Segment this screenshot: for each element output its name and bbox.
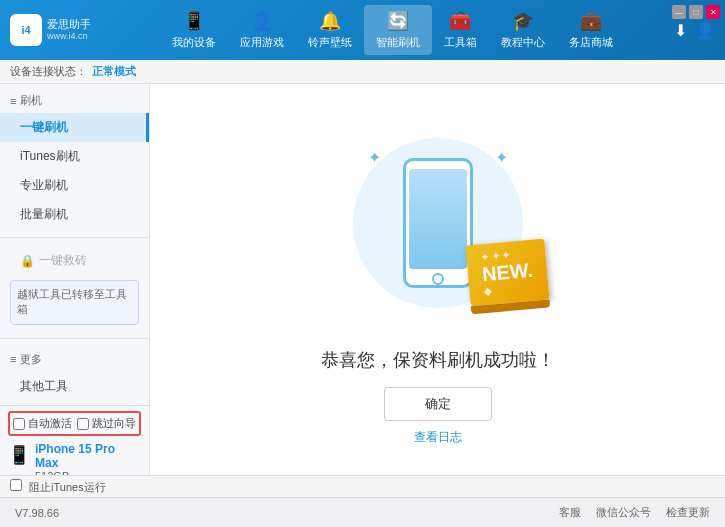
sidebar-item-other-tools[interactable]: 其他工具 bbox=[0, 372, 149, 401]
itunes-block-checkbox[interactable] bbox=[10, 479, 22, 491]
confirm-button[interactable]: 确定 bbox=[384, 387, 492, 421]
sidebar-divider-1 bbox=[0, 237, 149, 238]
nav-smart-flash[interactable]: 🔄 智能刷机 bbox=[364, 5, 432, 55]
window-controls: — □ ✕ bbox=[672, 5, 720, 19]
sidebar-rescue-section: 🔒 一键救砖 越狱工具已转移至工具箱 bbox=[0, 242, 149, 334]
sidebar-flash-section: ≡ 刷机 一键刷机 iTunes刷机 专业刷机 批量刷机 bbox=[0, 84, 149, 233]
nav-flash-icon: 🔄 bbox=[387, 10, 409, 32]
nav-bar: 📱 我的设备 👤 应用游戏 🔔 铃声壁纸 🔄 智能刷机 🧰 工具箱 🎓 bbox=[110, 5, 674, 55]
nav-tutorial-icon: 🎓 bbox=[512, 10, 534, 32]
itunes-block-label[interactable]: 阻止iTunes运行 bbox=[10, 479, 106, 495]
subheader: 设备连接状态： 正常模式 bbox=[0, 60, 725, 84]
body-area: ≡ 刷机 一键刷机 iTunes刷机 专业刷机 批量刷机 bbox=[0, 84, 725, 475]
header-right: ⬇ 👤 bbox=[674, 21, 715, 40]
phone-screen bbox=[409, 169, 467, 269]
nav-ringtone-icon: 🔔 bbox=[319, 10, 341, 32]
sidebar-item-one-key-flash[interactable]: 一键刷机 bbox=[0, 113, 149, 142]
success-message: 恭喜您，保资料刷机成功啦！ bbox=[321, 348, 555, 372]
phone-body bbox=[403, 158, 473, 288]
nav-toolbox-icon: 🧰 bbox=[449, 10, 471, 32]
device-details: iPhone 15 Pro Max 512GB iPhone bbox=[35, 442, 141, 475]
bottom-bar: V7.98.66 客服 微信公众号 检查更新 bbox=[0, 497, 725, 527]
skip-guide-checkbox[interactable]: 跳过向导 bbox=[77, 416, 136, 431]
connection-status: 正常模式 bbox=[92, 64, 136, 79]
logo-icon: i4 bbox=[10, 14, 42, 46]
device-info: 📱 iPhone 15 Pro Max 512GB iPhone bbox=[8, 442, 141, 475]
check-update-link[interactable]: 检查更新 bbox=[666, 505, 710, 520]
sidebar: ≡ 刷机 一键刷机 iTunes刷机 专业刷机 批量刷机 bbox=[0, 84, 150, 475]
view-log-link[interactable]: 查看日志 bbox=[414, 429, 462, 446]
minimize-button[interactable]: — bbox=[672, 5, 686, 19]
nav-service[interactable]: 💼 务店商城 bbox=[557, 5, 625, 55]
phone-home-button bbox=[432, 273, 444, 285]
flash-section-icon: ≡ bbox=[10, 95, 16, 107]
device-name: iPhone 15 Pro Max bbox=[35, 442, 141, 470]
maximize-button[interactable]: □ bbox=[689, 5, 703, 19]
device-phone-icon: 📱 bbox=[8, 444, 30, 466]
sparkle-top-left: ✦ bbox=[368, 148, 381, 167]
rescue-notice: 越狱工具已转移至工具箱 bbox=[10, 280, 139, 325]
skip-guide-input[interactable] bbox=[77, 418, 89, 430]
main-content: ✦ ✦ ✦ ✦ ✦ NEW. ◆ 恭喜您，保资料刷机成功啦！ 确定 查 bbox=[150, 84, 725, 475]
itunes-bar: 阻止iTunes运行 bbox=[0, 475, 725, 497]
nav-my-device[interactable]: 📱 我的设备 bbox=[160, 5, 228, 55]
user-icon[interactable]: 👤 bbox=[695, 21, 715, 40]
feedback-link[interactable]: 客服 bbox=[559, 505, 581, 520]
new-badge: ✦ ✦ ✦ NEW. ◆ bbox=[466, 239, 550, 307]
sidebar-item-itunes-flash[interactable]: iTunes刷机 bbox=[0, 142, 149, 171]
nav-toolbox[interactable]: 🧰 工具箱 bbox=[432, 5, 489, 55]
download-icon[interactable]: ⬇ bbox=[674, 21, 687, 40]
logo: i4 爱思助手 www.i4.cn bbox=[10, 14, 110, 46]
app-container: i4 爱思助手 www.i4.cn 📱 我的设备 👤 应用游戏 🔔 铃声壁纸 🔄 bbox=[0, 0, 725, 527]
wechat-link[interactable]: 微信公众号 bbox=[596, 505, 651, 520]
nav-device-icon: 📱 bbox=[183, 10, 205, 32]
nav-tutorial[interactable]: 🎓 教程中心 bbox=[489, 5, 557, 55]
lock-icon: 🔒 bbox=[20, 254, 35, 268]
nav-app-games[interactable]: 👤 应用游戏 bbox=[228, 5, 296, 55]
sidebar-item-pro-flash[interactable]: 专业刷机 bbox=[0, 171, 149, 200]
phone-illustration: ✦ ✦ ✦ ✦ ✦ NEW. ◆ bbox=[338, 113, 538, 333]
sparkle-top-right: ✦ bbox=[495, 148, 508, 167]
close-button[interactable]: ✕ bbox=[706, 5, 720, 19]
auto-activate-checkbox[interactable]: 自动激活 bbox=[13, 416, 72, 431]
sidebar-scroll: ≡ 刷机 一键刷机 iTunes刷机 专业刷机 批量刷机 bbox=[0, 84, 149, 405]
flash-group-header: ≡ 刷机 bbox=[0, 88, 149, 113]
version-label: V7.98.66 bbox=[15, 507, 59, 519]
header: i4 爱思助手 www.i4.cn 📱 我的设备 👤 应用游戏 🔔 铃声壁纸 🔄 bbox=[0, 0, 725, 60]
nav-appgames-icon: 👤 bbox=[251, 10, 273, 32]
sidebar-more-section: ≡ 更多 其他工具 下载固件 高级功能 bbox=[0, 343, 149, 405]
bottom-right: 客服 微信公众号 检查更新 bbox=[559, 505, 710, 520]
sidebar-divider-2 bbox=[0, 338, 149, 339]
sidebar-item-batch-flash[interactable]: 批量刷机 bbox=[0, 200, 149, 229]
auto-activate-input[interactable] bbox=[13, 418, 25, 430]
bottom-left: V7.98.66 bbox=[15, 507, 59, 519]
nav-service-icon: 💼 bbox=[580, 10, 602, 32]
logo-text: 爱思助手 www.i4.cn bbox=[47, 17, 91, 43]
more-section-icon: ≡ bbox=[10, 353, 16, 365]
nav-ringtones[interactable]: 🔔 铃声壁纸 bbox=[296, 5, 364, 55]
device-checkboxes: 自动激活 跳过向导 bbox=[8, 411, 141, 436]
more-group-header: ≡ 更多 bbox=[0, 347, 149, 372]
one-key-rescue-label: 🔒 一键救砖 bbox=[0, 246, 149, 275]
device-panel: 自动激活 跳过向导 📱 iPhone 15 Pro Max 512GB iPho… bbox=[0, 405, 149, 475]
